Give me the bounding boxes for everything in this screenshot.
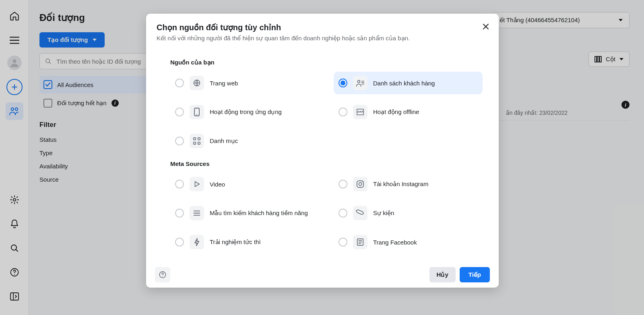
radio-icon [175,180,184,189]
help-icon [159,271,167,279]
store-icon [353,105,367,119]
radio-icon [339,108,347,116]
option-label: Mẫu tìm kiếm khách hàng tiềm năng [210,209,308,217]
customer-list-icon [353,76,367,90]
option-facebook-page[interactable]: Trang Facebook [334,231,483,253]
lightning-icon [190,235,204,249]
radio-icon [175,79,184,87]
option-label: Danh mục [210,137,238,145]
option-events[interactable]: Sự kiện [334,202,483,224]
option-label: Hoạt động trong ứng dụng [210,108,282,116]
svg-point-20 [359,182,361,185]
modal-title: Chọn nguồn đối tượng tùy chỉnh [157,23,488,32]
catalog-icon [190,134,204,148]
radio-icon [175,209,184,218]
svg-point-12 [357,80,360,83]
your-sources-header: Nguồn của bạn [170,59,483,66]
close-button[interactable] [480,21,491,32]
option-label: Trang web [210,80,238,87]
ticket-icon [353,206,367,220]
option-offline-activity[interactable]: Hoạt động offline [334,101,483,123]
close-icon [482,23,490,31]
option-video[interactable]: Video [170,173,319,195]
option-lead-form[interactable]: Mẫu tìm kiếm khách hàng tiềm năng [170,202,319,224]
globe-icon [190,76,204,90]
page-icon [353,235,367,249]
option-website[interactable]: Trang web [170,72,319,94]
form-icon [190,206,204,220]
option-label: Trải nghiệm tức thì [210,238,261,246]
svg-point-14 [196,114,197,115]
cancel-button[interactable]: Hủy [429,267,456,282]
option-label: Sự kiện [373,209,394,217]
meta-sources-header: Meta Sources [170,160,483,167]
option-label: Tài khoản Instagram [373,180,428,188]
radio-icon [339,79,347,87]
radio-icon [339,238,347,247]
radio-icon [175,108,184,116]
option-label: Trang Facebook [373,239,417,246]
svg-point-21 [362,182,363,182]
radio-icon [339,209,347,218]
modal-subtitle: Kết nối với những người đã thể hiện sự q… [157,35,488,42]
play-icon [190,177,204,191]
next-button[interactable]: Tiếp [460,267,490,282]
svg-rect-18 [198,142,200,144]
instagram-icon [353,177,367,191]
radio-icon [175,238,184,247]
option-instant-experience[interactable]: Trải nghiệm tức thì [170,231,319,253]
help-button[interactable] [155,267,170,282]
option-instagram[interactable]: Tài khoản Instagram [334,173,483,195]
option-label: Hoạt động offline [373,108,419,116]
option-app-activity[interactable]: Hoạt động trong ứng dụng [170,101,319,123]
svg-rect-17 [194,142,196,144]
svg-rect-16 [198,138,200,140]
option-label: Video [210,181,225,188]
svg-rect-19 [357,181,363,187]
option-label: Danh sách khách hàng [373,80,435,87]
phone-icon [190,105,204,119]
option-customer-list[interactable]: Danh sách khách hàng [334,72,483,94]
radio-icon [175,137,184,145]
option-catalog[interactable]: Danh mục [170,130,319,152]
audience-source-modal: Chọn nguồn đối tượng tùy chỉnh Kết nối v… [146,14,499,288]
svg-rect-15 [194,138,196,140]
radio-icon [339,180,347,189]
